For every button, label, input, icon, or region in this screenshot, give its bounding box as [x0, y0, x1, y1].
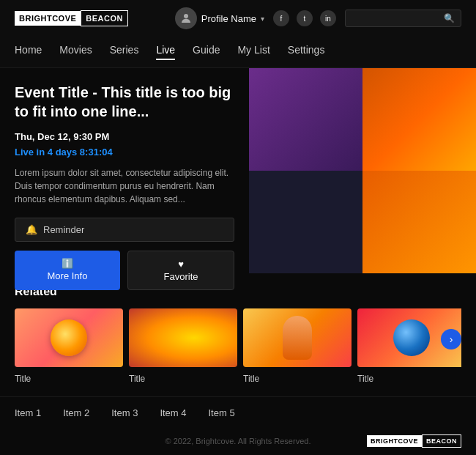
thumb-orange-2: [129, 308, 237, 367]
hero-content: Event Title - This title is too big to f…: [0, 68, 249, 273]
nav-settings[interactable]: Settings: [288, 44, 325, 60]
related-label-2: Title: [129, 374, 145, 384]
related-label-4: Title: [357, 374, 373, 384]
profile-name: Profile Name: [201, 13, 256, 24]
hero-section: Event Title - This title is too big to f…: [0, 68, 476, 273]
footer-nav: Item 1 Item 2 Item 3 Item 4 Item 5: [0, 396, 476, 429]
footer-nav-item-4[interactable]: Item 4: [160, 407, 186, 418]
nav-live[interactable]: Live: [156, 44, 175, 60]
related-label-3: Title: [243, 374, 259, 384]
more-info-label: More Info: [48, 270, 88, 281]
reminder-label: Reminder: [43, 224, 84, 235]
event-date: Thu, Dec 12, 9:30 PM: [15, 131, 234, 142]
fruit-decoration: [51, 319, 87, 356]
more-info-button[interactable]: ℹ️ More Info: [15, 251, 120, 290]
footer-logo-beacon: BEACON: [422, 434, 461, 448]
related-label-1: Title: [15, 374, 31, 384]
twitter-icon[interactable]: t: [297, 10, 313, 26]
favorite-label: Favorite: [164, 271, 198, 282]
hero-image-bottom-orange: [362, 171, 476, 273]
heart-icon: ♥: [178, 259, 184, 270]
logo-beacon: BEACON: [81, 10, 128, 26]
profile-icon: [175, 7, 197, 29]
logo-brightcove: BRIGHTCOVE: [15, 11, 81, 26]
related-item-3[interactable]: Title: [243, 308, 352, 385]
nav-my-list[interactable]: My List: [237, 44, 269, 60]
thumb-orange-1: [15, 308, 123, 367]
nav-guide[interactable]: Guide: [193, 44, 220, 60]
main-nav: Home Movies Series Live Guide My List Se…: [0, 37, 476, 68]
logo: BRIGHTCOVE BEACON: [15, 10, 128, 26]
event-description: Lorem ipsum dolor sit amet, consectetur …: [15, 166, 234, 206]
thumb-yellow: [243, 308, 352, 367]
nav-movies[interactable]: Movies: [59, 44, 92, 60]
search-bar[interactable]: 🔍: [345, 10, 461, 27]
person-decoration: [283, 316, 312, 360]
search-input[interactable]: [352, 13, 439, 23]
profile-area[interactable]: Profile Name ▾: [175, 7, 264, 29]
instagram-icon[interactable]: in: [320, 10, 336, 26]
footer-nav-item-3[interactable]: Item 3: [111, 407, 138, 418]
related-item-2[interactable]: Title: [129, 308, 237, 385]
related-thumb-3: [243, 308, 352, 367]
search-icon[interactable]: 🔍: [444, 13, 455, 23]
footer-bottom: © 2022, Brightcove. All Rights Reserved.…: [0, 429, 476, 455]
footer-logo: BRIGHTCOVE BEACON: [367, 434, 461, 448]
info-icon: ℹ️: [62, 258, 73, 269]
hero-image: [249, 68, 476, 273]
svg-point-0: [184, 14, 188, 18]
reminder-button[interactable]: 🔔 Reminder: [15, 218, 234, 242]
carousel-next-button[interactable]: ›: [441, 329, 461, 349]
nav-home[interactable]: Home: [15, 44, 42, 60]
bell-icon: 🔔: [26, 224, 37, 235]
footer-nav-item-1[interactable]: Item 1: [15, 407, 41, 418]
nav-series[interactable]: Series: [110, 44, 139, 60]
globe-decoration: [393, 319, 430, 356]
related-thumb-2: [129, 308, 237, 367]
footer-logo-brightcove: BRIGHTCOVE: [367, 435, 422, 447]
live-status: Live in 4 days 8:31:04: [15, 147, 234, 158]
footer-nav-item-5[interactable]: Item 5: [209, 407, 235, 418]
action-buttons: ℹ️ More Info ♥ Favorite: [15, 251, 234, 290]
hero-image-dark: [249, 171, 362, 273]
related-thumb-1: [15, 308, 123, 367]
favorite-button[interactable]: ♥ Favorite: [127, 251, 234, 290]
footer-copyright: © 2022, Brightcove. All Rights Reserved.: [166, 437, 311, 445]
hero-image-purple: [249, 68, 362, 171]
hero-image-orange: [362, 68, 476, 171]
related-item-1[interactable]: Title: [15, 308, 123, 385]
related-carousel: Title Title Title Title: [15, 308, 461, 385]
chevron-down-icon: ▾: [261, 15, 264, 23]
header-right: Profile Name ▾ f t in 🔍: [175, 7, 461, 29]
facebook-icon[interactable]: f: [273, 10, 289, 26]
social-icons: f t in: [273, 10, 336, 26]
event-title: Event Title - This title is too big to f…: [15, 83, 234, 121]
footer-nav-item-2[interactable]: Item 2: [63, 407, 89, 418]
related-section: Related Title Title Title: [0, 273, 476, 396]
header: BRIGHTCOVE BEACON Profile Name ▾ f t in …: [0, 0, 476, 37]
footer: Item 1 Item 2 Item 3 Item 4 Item 5 © 202…: [0, 396, 476, 455]
